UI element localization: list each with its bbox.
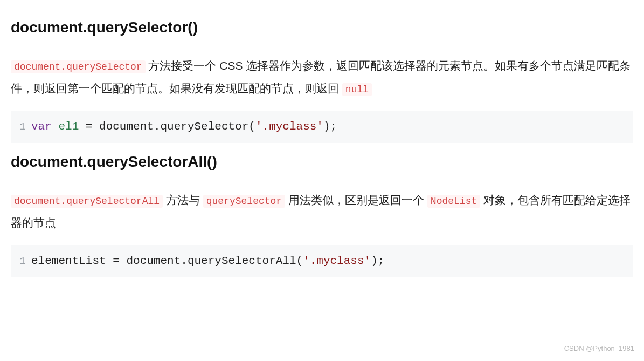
code-line: var el1 = document.querySelector('.mycla… — [31, 116, 337, 138]
token-open-paren: ( — [248, 120, 255, 133]
code-inline-queryselector: document.querySelector — [11, 60, 146, 73]
token-close-paren: ) — [323, 120, 330, 133]
desc-text: 方法与 — [163, 194, 203, 206]
codeblock-queryselector: 1var el1 = document.querySelector('.mycl… — [11, 111, 633, 143]
token-variable: el1 — [58, 120, 79, 133]
line-number: 1 — [11, 117, 26, 137]
token-object: document — [99, 120, 154, 133]
desc-queryselectorall: document.querySelectorAll 方法与 querySelec… — [11, 189, 633, 234]
heading-queryselector: document.querySelector() — [11, 13, 633, 42]
token-string: '.myclass' — [255, 120, 323, 133]
code-inline-queryselectorall: document.querySelectorAll — [11, 195, 163, 208]
token-keyword: var — [31, 120, 52, 133]
code-inline-nodelist: NodeList — [427, 195, 480, 208]
token-dot: . — [154, 120, 161, 133]
token-method: querySelectorAll — [188, 255, 296, 267]
code-inline-null: null — [342, 83, 372, 96]
token-space — [106, 255, 113, 267]
token-lhs: elementList — [31, 255, 106, 267]
code-line: elementList = document.querySelectorAll(… — [31, 250, 384, 272]
token-space — [92, 120, 99, 133]
token-equals: = — [86, 120, 93, 133]
token-equals: = — [113, 255, 120, 267]
code-inline-queryselector-ref: querySelector — [203, 195, 285, 208]
token-close-paren: ) — [371, 255, 378, 267]
token-object: document — [126, 255, 181, 267]
token-open-paren: ( — [296, 255, 303, 267]
token-space — [120, 255, 127, 267]
codeblock-queryselectorall: 1elementList = document.querySelectorAll… — [11, 245, 633, 277]
token-space — [79, 120, 86, 133]
token-space — [52, 120, 59, 133]
token-dot: . — [181, 255, 188, 267]
desc-text: 用法类似，区别是返回一个 — [285, 194, 427, 206]
token-method: querySelector — [161, 120, 249, 133]
token-string: '.myclass' — [303, 255, 371, 267]
token-semicolon: ; — [378, 255, 385, 267]
heading-queryselectorall: document.querySelectorAll() — [11, 147, 633, 176]
line-number: 1 — [11, 251, 26, 271]
desc-queryselector: document.querySelector 方法接受一个 CSS 选择器作为参… — [11, 55, 633, 100]
token-semicolon: ; — [330, 120, 337, 133]
